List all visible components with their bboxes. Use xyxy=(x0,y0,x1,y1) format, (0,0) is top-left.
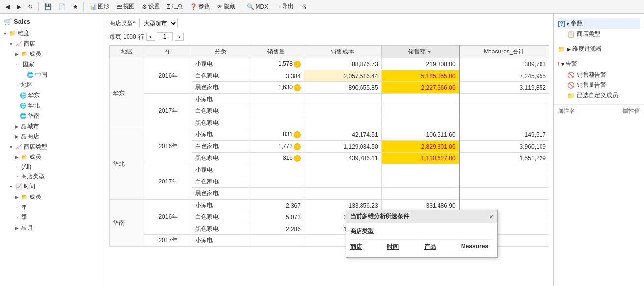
attr-name-label: 属性名 xyxy=(558,107,575,115)
hide-button[interactable]: 👁 隐藏 xyxy=(214,1,238,12)
params-button[interactable]: ❓ 参数 xyxy=(187,1,212,12)
alert1-label: 销售额告警 xyxy=(577,71,606,79)
settings-icon: ⚙ xyxy=(142,3,147,10)
cell-qty-2: 3,384 xyxy=(249,70,304,82)
sidebar-item-store-member[interactable]: ▶ 📂 成员 xyxy=(0,49,105,59)
star-button[interactable]: ★ xyxy=(70,2,80,11)
sidebar-item-storetype[interactable]: ▾ 📈 商店类型 xyxy=(0,142,105,152)
cell-year-2016-huanan: 2016年 xyxy=(144,200,192,235)
store-arrow: ▾ xyxy=(8,41,14,47)
popup-col-header-store: 商店 xyxy=(350,243,380,251)
all-label: (All) xyxy=(21,163,31,170)
storetype-type-label: 商店类型 xyxy=(21,172,45,181)
popup-col-header-time: 时间 xyxy=(387,243,416,251)
cell-qty-4 xyxy=(249,94,304,105)
cell-amt-7: 106,511.60 xyxy=(381,129,459,141)
time-member-label: 成员 xyxy=(29,193,41,201)
filter-select[interactable]: 大型超市 小型超市 便利店 xyxy=(139,18,178,28)
rp-item-salesqty-alert[interactable]: 🚫 销售量告警 xyxy=(558,80,640,90)
sidebar-item-quarter[interactable]: ·· 季 xyxy=(0,212,105,223)
sidebar-item-storetype-type[interactable]: ·· 商店类型 xyxy=(0,171,105,182)
col-header-category[interactable]: 分类 xyxy=(192,46,249,58)
dimensions-icon: 📁 xyxy=(9,30,16,37)
cell-total-8: 3,960,109 xyxy=(459,141,549,153)
sidebar-item-all[interactable]: · (All) xyxy=(0,162,105,171)
cell-cost-11 xyxy=(304,176,381,188)
cell-cat-xiaojd4: 小家电 xyxy=(192,164,249,176)
sidebar-item-year[interactable]: · 年 xyxy=(0,202,105,212)
cell-cost-13: 133,856.23 xyxy=(304,200,381,211)
separator2 xyxy=(83,2,84,11)
sidebar-item-huabei[interactable]: 🌐 华北 xyxy=(0,101,105,111)
sidebar-item-shops[interactable]: ▶ 品 商店 xyxy=(0,131,105,142)
col-header-region[interactable]: 地区 xyxy=(110,46,144,58)
sidebar-item-month[interactable]: ▶ 品 月 xyxy=(0,223,105,233)
export-button[interactable]: → 导出 xyxy=(273,1,296,12)
popup-close-button[interactable]: × xyxy=(489,213,493,221)
next-page-button[interactable]: > xyxy=(175,33,183,41)
refresh-button[interactable]: ↻ xyxy=(26,2,35,11)
rp-item-storetype[interactable]: 📋 商店类型 xyxy=(558,29,640,39)
cell-cat-xiaojd3: 小家电 xyxy=(192,129,249,141)
sidebar-item-china[interactable]: 🌐 中国 xyxy=(0,70,105,80)
sidebar-item-huanan[interactable]: 🌐 华南 xyxy=(0,111,105,121)
mdx-button[interactable]: 🔍 MDX xyxy=(244,2,271,11)
cell-cat-baijd3: 白色家电 xyxy=(192,141,249,153)
separator3 xyxy=(241,2,241,11)
col-header-year[interactable]: 年 xyxy=(144,46,192,58)
rp-header-dimfilter[interactable]: 📁 ▶ 维度过滤器 xyxy=(558,43,640,54)
export-icon: → xyxy=(275,3,281,10)
cell-total-4 xyxy=(459,94,549,105)
col-header-salesamt[interactable]: 销售额▼ xyxy=(381,46,459,58)
sidebar-item-country[interactable]: · 国家 xyxy=(0,59,105,70)
sidebar-item-dimensions[interactable]: ▾ 📁 维度 xyxy=(0,28,105,39)
rp-header-alert[interactable]: ! ▾ 告警 xyxy=(558,58,640,70)
summary-button[interactable]: Σ 汇总 xyxy=(164,1,185,12)
cell-qty-16 xyxy=(249,235,304,247)
cell-amt-13: 331,486.90 xyxy=(381,200,459,211)
city-arrow: ▶ xyxy=(14,124,20,129)
col-header-salesqty[interactable]: 销售量 xyxy=(249,46,304,58)
view-button[interactable]: 🗃 视图 xyxy=(114,1,137,12)
sidebar-item-region[interactable]: ·· 地区 xyxy=(0,80,105,90)
popup-header: 当前多维分析所选条件 × xyxy=(346,210,497,223)
save-button[interactable]: 💾 xyxy=(42,2,54,11)
cell-total-6 xyxy=(459,117,549,129)
cell-cat-heijd5: 黑色家电 xyxy=(192,223,249,235)
print-button[interactable]: 🖨 xyxy=(298,2,309,11)
table-row: 华北 2016年 小家电 831! 42,174.51 106,511.60 1… xyxy=(110,129,549,141)
settings-button[interactable]: ⚙ 设置 xyxy=(139,1,162,12)
chart-button[interactable]: 📊 图形 xyxy=(87,1,112,12)
cell-amt-4 xyxy=(381,94,459,105)
forward-button[interactable]: ▶ xyxy=(14,2,24,11)
sidebar-item-storetype-member[interactable]: ▶ 📂 成员 xyxy=(0,152,105,162)
back-button[interactable]: ◀ xyxy=(3,2,12,11)
sidebar-item-huadong[interactable]: 🌐 华东 xyxy=(0,90,105,101)
table-row: 2017年 小家电 xyxy=(110,94,549,105)
shops-label: 商店 xyxy=(27,132,39,141)
per-page-value: 1000 xyxy=(123,33,136,40)
rp-item-salesamt-alert[interactable]: 🚫 销售额告警 xyxy=(558,70,640,80)
cell-cat-xiaojd5: 小家电 xyxy=(192,200,249,211)
page-input[interactable] xyxy=(157,32,173,41)
prev-page-button[interactable]: < xyxy=(146,33,155,41)
city-label: 城市 xyxy=(27,122,39,130)
all-arrow: · xyxy=(14,164,20,170)
huabei-label: 华北 xyxy=(28,102,40,110)
rp-item-custmember[interactable]: 📁 已选自定义成员 xyxy=(558,90,640,101)
sidebar-item-city[interactable]: ▶ 品 城市 xyxy=(0,121,105,131)
col-header-total[interactable]: Measures_合计 xyxy=(459,46,549,58)
rp-header-params[interactable]: [?] ▾ 参数 xyxy=(558,18,640,29)
dimfilter-icon: 📁 xyxy=(558,46,565,52)
sidebar-item-time[interactable]: ▾ 📈 时间 xyxy=(0,182,105,192)
chart-icon: 📊 xyxy=(89,3,97,10)
saveas-button[interactable]: 📄 xyxy=(56,2,68,11)
cell-qty-10 xyxy=(249,164,304,176)
col-header-salescost[interactable]: 销售成本 xyxy=(304,46,381,58)
page-bar: 每页 1000 行 < > xyxy=(109,32,549,41)
rp-section-dimfilter: 📁 ▶ 维度过滤器 xyxy=(554,41,644,56)
cell-total-5 xyxy=(459,105,549,117)
cell-cat-baijd1: 白色家电 xyxy=(192,70,249,82)
sidebar-item-store[interactable]: ▾ 📈 商店 xyxy=(0,39,105,49)
sidebar-item-time-member[interactable]: ▶ 📂 成员 xyxy=(0,192,105,202)
